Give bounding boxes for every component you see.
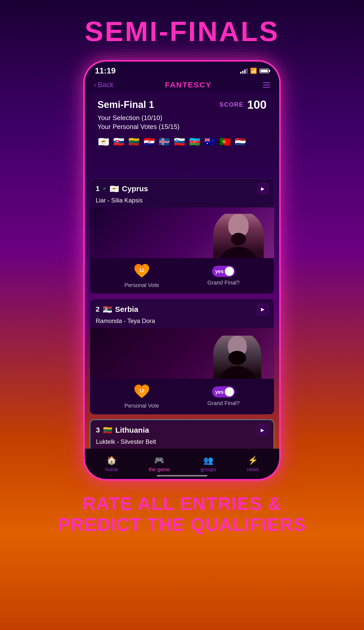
score-display: SCORE 100 [219,98,267,111]
entry-card-lithuania: 3 🇱🇹 Lithuania ▶ Luktelk - Silvester Bel… [90,419,274,449]
battery-icon [259,69,269,73]
home-icon: 🏠 [107,455,117,465]
flag-cyprus: 🇨🇾 [97,136,110,148]
play-button-1[interactable]: ▶ [257,183,268,194]
vote-item-grandfinal-1: yes Grand Final? [207,266,239,286]
nav-bar: ‹ Back FANTESCY [85,78,279,92]
votes-text: Your Personal Votes (15/15) [97,123,267,131]
back-chevron-icon: ‹ [94,81,96,89]
bottom-tagline: RATE ALL ENTRIES & PREDICT THE QUALIFIER… [58,493,306,535]
news-icon: ⚡ [248,455,258,465]
wifi-icon: 📶 [250,68,257,74]
flag-netherlands: 🇳🇱 [234,136,246,148]
flag-portugal: 🇵🇹 [219,136,231,148]
back-button[interactable]: ‹ Back [94,81,114,89]
toggle-yes-text-2: yes [215,389,224,395]
heart-vote-1[interactable]: 12 [133,263,151,279]
entry-flag-lithuania: 🇱🇹 [103,426,112,435]
toggle-yes-text-1: yes [215,269,224,274]
entry-card-serbia: 2 🇷🇸 Serbia ▶ Ramonda - Teya Dora [90,299,274,414]
entry-country-2: Serbia [115,305,138,314]
groups-icon: 👥 [203,455,213,465]
game-icon: 🎮 [154,455,164,465]
flag-croatia: 🇭🇷 [143,136,155,148]
main-content: Semi-Final 1 SCORE 100 Your Selection (1… [85,92,279,449]
grand-final-label-1: Grand Final? [207,279,239,286]
toggle-knob-2 [225,387,234,396]
toggle-grandfinal-1[interactable]: yes [212,266,235,277]
entry-song-1: Liar - Silia Kapsis [90,197,274,207]
entry-number-3: 3 [96,426,100,434]
entry-country-1: Cyprus [122,184,148,193]
score-value: 100 [247,98,267,111]
selection-text: Your Selection (10/10) [97,114,267,122]
hamburger-menu-icon[interactable] [263,82,270,88]
toggle-knob-1 [225,267,234,276]
vote-item-personal-1: 12 Personal Vote [124,263,159,289]
nav-item-news[interactable]: ⚡ news [247,455,259,472]
vote-item-personal-2: 12 Personal Vote [124,384,159,409]
toggle-grandfinal-2[interactable]: yes [212,386,235,397]
flag-azerbaijan: 🇦🇿 [189,136,201,148]
score-header-card: Semi-Final 1 SCORE 100 Your Selection (1… [90,92,274,156]
bottom-nav: 🏠 home 🎮 the game 👥 groups ⚡ news [85,449,279,479]
page-title: SEMI-FINALS [85,15,279,47]
entry-image-2 [90,328,274,379]
app-logo: FANTESCY [165,81,212,89]
tagline-line2: PREDICT THE QUALIFIERS [58,514,306,535]
tagline-line1: RATE ALL ENTRIES & [58,493,306,514]
entry-song-2: Ramonda - Teya Dora [90,317,274,328]
entry-song-3: Luktelk - Silvester Belt [90,438,274,449]
personal-vote-label-2: Personal Vote [124,403,159,409]
entry-header-lithuania: 3 🇱🇹 Lithuania ▶ [90,420,274,438]
heart-vote-2[interactable]: 12 [133,384,151,400]
svg-text:12: 12 [139,388,144,393]
nav-label-groups: groups [201,467,216,472]
entry-meta-lithuania: 3 🇱🇹 Lithuania [96,426,149,435]
flag-australia: 🇦🇺 [204,136,216,148]
status-time: 11:19 [95,66,116,75]
nav-item-game[interactable]: 🎮 the game [149,455,170,472]
vote-controls-2: 12 Personal Vote yes Grand Final? [90,379,274,414]
vote-item-grandfinal-2: yes Grand Final? [207,386,239,407]
svg-text:12: 12 [139,268,144,273]
nav-label-home: home [105,467,118,472]
entry-meta-cyprus: 1 ✔ 🇨🇾 Cyprus [96,184,148,193]
score-label: SCORE [219,101,244,108]
entry-image-1 [90,207,274,258]
flag-row: 🇨🇾 🇸🇰 🇱🇹 🇭🇷 🇮🇸 🇸🇮 🇦🇿 🇦🇺 🇵🇹 🇳🇱 [97,136,267,148]
phone-mockup: 11:19 📶 ‹ Back FANTESCY [83,60,281,481]
flag-slovakia: 🇸🇰 [113,136,125,148]
play-button-3[interactable]: ▶ [257,425,268,436]
flag-iceland: 🇮🇸 [158,136,170,148]
nav-item-home[interactable]: 🏠 home [105,455,118,472]
entry-header-cyprus: 1 ✔ 🇨🇾 Cyprus ▶ [90,179,274,197]
entry-country-3: Lithuania [115,426,149,434]
personal-vote-label-1: Personal Vote [124,282,159,289]
semi-final-title: Semi-Final 1 [97,99,154,110]
flag-slovenia: 🇸🇮 [173,136,186,148]
entry-flag-serbia: 🇷🇸 [103,305,112,314]
entry-number-1: 1 [96,185,100,193]
status-icons: 📶 [240,68,269,74]
entry-flag-cyprus: 🇨🇾 [110,184,119,193]
back-label: Back [98,81,113,89]
entry-meta-serbia: 2 🇷🇸 Serbia [96,305,138,314]
entry-number-2: 2 [96,305,100,313]
entry-header-serbia: 2 🇷🇸 Serbia ▶ [90,299,274,317]
nav-label-news: news [247,467,259,472]
nav-item-groups[interactable]: 👥 groups [201,455,216,472]
play-button-2[interactable]: ▶ [257,304,268,315]
nav-label-game: the game [149,467,170,472]
home-indicator [157,475,207,476]
vote-controls-1: 12 Personal Vote yes Grand Final? [90,258,274,294]
signal-icon [240,68,248,74]
entry-card-cyprus: 1 ✔ 🇨🇾 Cyprus ▶ Liar - Silia Kapsis [90,178,274,294]
flag-lithuania: 🇱🇹 [128,136,140,148]
status-bar: 11:19 📶 [85,62,279,78]
grand-final-label-2: Grand Final? [207,400,239,407]
